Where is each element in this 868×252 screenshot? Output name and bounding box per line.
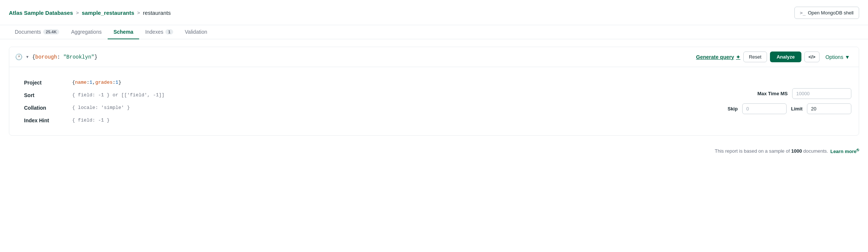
tab-validation-label: Validation (185, 29, 207, 35)
tab-schema-label: Schema (114, 29, 134, 35)
breadcrumb-db[interactable]: sample_restaurants (82, 10, 134, 16)
query-input-display[interactable]: {borough: "Brooklyn"} (32, 54, 97, 60)
limit-label: Limit (791, 106, 803, 112)
query-close-brace: } (94, 54, 97, 60)
query-value: "Brooklyn" (63, 54, 94, 60)
project-colon1: : (87, 80, 90, 85)
project-label: Project (24, 79, 72, 86)
project-grades-val: 1 (115, 80, 118, 85)
options-button[interactable]: Options ▼ (822, 52, 853, 62)
header: Atlas Sample Databases > sample_restaura… (0, 0, 868, 25)
learn-more-label: Learn more (830, 149, 857, 154)
project-name-key: name (75, 80, 87, 85)
open-shell-button[interactable]: >_ Open MongoDB shell (794, 7, 859, 19)
main-content: 🕐 ▼ {borough: "Brooklyn"} Generate query… (0, 39, 868, 143)
max-time-label: Max Time MS (757, 91, 788, 96)
query-bar: 🕐 ▼ {borough: "Brooklyn"} Generate query… (9, 47, 859, 67)
query-history-icon[interactable]: 🕐 (15, 53, 23, 60)
skip-input[interactable] (742, 103, 787, 114)
breadcrumb-sep2: > (137, 10, 140, 16)
collation-value[interactable]: { locale: 'simple' } (72, 104, 419, 111)
project-grades-key: grades (95, 80, 112, 85)
generate-query-button[interactable]: Generate query ✦ (696, 54, 740, 60)
options-grid: Project {name: 1, grades: 1} Sort { fiel… (17, 73, 427, 129)
breadcrumb-sep1: > (76, 10, 79, 16)
project-close: } (118, 80, 121, 85)
index-hint-text: { field: -1 } (72, 117, 110, 123)
sort-text: { field: -1 } or [['field', -1]] (72, 92, 165, 98)
query-bar-left: 🕐 ▼ {borough: "Brooklyn"} (15, 53, 692, 60)
limit-input[interactable] (807, 103, 851, 114)
footer: This report is based on a sample of 1000… (0, 143, 868, 159)
footer-text: This report is based on a sample of 1000… (715, 148, 828, 154)
sort-label: Sort (24, 92, 72, 98)
footer-count: 1000 (791, 148, 802, 154)
options-label: Options (825, 54, 843, 60)
tab-documents-badge: 25.4K (43, 29, 59, 34)
query-bar-right: Generate query ✦ Reset Analyze </> Optio… (696, 52, 853, 62)
options-chevron-icon: ▼ (845, 54, 850, 60)
collation-text: { locale: 'simple' } (72, 105, 130, 110)
project-colon2: : (112, 80, 115, 85)
external-link-icon: ⎋ (857, 147, 859, 152)
tab-documents[interactable]: Documents 25.4K (9, 25, 65, 39)
options-left: Project {name: 1, grades: 1} Sort { fiel… (9, 67, 434, 135)
footer-prefix: This report is based on a sample of (715, 148, 790, 154)
project-name-val: 1 (90, 80, 92, 85)
tab-aggregations-label: Aggregations (71, 29, 102, 35)
query-colon: : (57, 54, 63, 60)
tabs-bar: Documents 25.4K Aggregations Schema Inde… (0, 25, 868, 39)
shell-icon: >_ (800, 10, 806, 16)
max-time-row: Max Time MS (757, 88, 851, 99)
panel-options-row: Project {name: 1, grades: 1} Sort { fiel… (9, 67, 859, 135)
sort-value[interactable]: { field: -1 } or [['field', -1]] (72, 92, 419, 98)
skip-label: Skip (727, 106, 737, 112)
breadcrumb-root[interactable]: Atlas Sample Databases (9, 10, 73, 16)
tab-indexes-label: Indexes (145, 29, 163, 35)
collation-label: Collation (24, 104, 72, 111)
tab-aggregations[interactable]: Aggregations (65, 25, 108, 39)
query-key: borough (35, 54, 57, 60)
options-right: Max Time MS Skip Limit (434, 67, 859, 135)
project-open: { (72, 80, 75, 85)
index-hint-label: Index Hint (24, 117, 72, 123)
max-time-input[interactable] (792, 88, 851, 99)
index-hint-value[interactable]: { field: -1 } (72, 117, 419, 123)
chevron-down-icon[interactable]: ▼ (26, 55, 29, 59)
project-value[interactable]: {name: 1, grades: 1} (72, 79, 419, 86)
tab-documents-label: Documents (15, 29, 41, 35)
tab-schema[interactable]: Schema (108, 25, 139, 39)
skip-limit-row: Skip Limit (727, 103, 851, 114)
tab-indexes[interactable]: Indexes 1 (139, 25, 179, 39)
query-panel: 🕐 ▼ {borough: "Brooklyn"} Generate query… (9, 47, 859, 136)
project-comma: , (92, 80, 95, 85)
open-shell-label: Open MongoDB shell (808, 10, 854, 16)
analyze-button[interactable]: Analyze (770, 52, 801, 62)
generate-query-label: Generate query (696, 54, 734, 60)
learn-more-link[interactable]: Learn more⎋ (830, 147, 859, 154)
breadcrumb: Atlas Sample Databases > sample_restaura… (9, 10, 171, 22)
tab-indexes-badge: 1 (165, 29, 173, 34)
footer-suffix: documents. (803, 148, 828, 154)
sparkle-icon: ✦ (736, 54, 740, 60)
reset-button[interactable]: Reset (743, 52, 767, 62)
code-button[interactable]: </> (804, 52, 820, 62)
tab-validation[interactable]: Validation (179, 25, 213, 39)
breadcrumb-collection: restaurants (143, 10, 171, 16)
